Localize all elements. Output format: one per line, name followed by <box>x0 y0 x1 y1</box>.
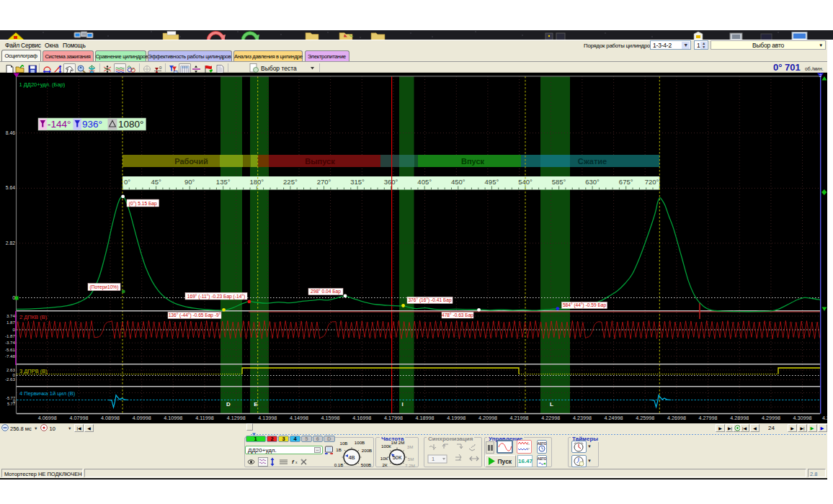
svg-text:4.07998: 4.07998 <box>69 415 88 421</box>
svg-text:225°: 225° <box>283 178 298 186</box>
svg-text:0: 0 <box>13 326 16 331</box>
svg-text:4.24998: 4.24998 <box>605 415 623 421</box>
svg-text:4 Первичка 1й цил (В): 4 Первичка 1й цил (В) <box>19 390 76 397</box>
svg-text:4.11998: 4.11998 <box>195 415 213 421</box>
svg-text:2: 2 <box>819 73 821 77</box>
svg-text:45°: 45° <box>151 178 161 186</box>
svg-text:1М 2М: 1М 2М <box>391 440 405 445</box>
svg-text:298° 0.04 Бар: 298° 0.04 Бар <box>311 289 341 294</box>
svg-text:135°: 135° <box>216 178 231 186</box>
svg-text:136° (-44°) -0.65 Бар -9°: 136° (-44°) -0.65 Бар -9° <box>169 312 221 318</box>
svg-text:-7.48: -7.48 <box>5 353 16 358</box>
svg-text:4.29998: 4.29998 <box>762 415 780 421</box>
svg-text:200В: 200В <box>362 448 372 453</box>
svg-text:2К: 2К <box>382 462 387 467</box>
svg-text:360°: 360° <box>384 178 398 186</box>
svg-text:50К: 50К <box>393 454 402 461</box>
svg-text:10К: 10К <box>380 456 388 461</box>
svg-text:7.2М: 7.2М <box>405 463 415 468</box>
svg-text:3М: 3М <box>407 444 414 449</box>
svg-text:169° (-11°) -0.23 Бар (-14°): 169° (-11°) -0.23 Бар (-14°) <box>187 293 245 299</box>
svg-text:-2.63: -2.63 <box>5 377 16 382</box>
svg-text:0°: 0° <box>124 178 130 186</box>
svg-text:D: D <box>226 400 231 407</box>
svg-text:376° (16°) -0.41 Бар: 376° (16°) -0.41 Бар <box>408 297 452 303</box>
svg-text:450°: 450° <box>451 178 466 186</box>
svg-text:4.20998: 4.20998 <box>478 415 497 421</box>
svg-text:405°: 405° <box>417 178 432 186</box>
svg-text:495°: 495° <box>485 178 499 186</box>
svg-text:4.12998: 4.12998 <box>227 415 246 421</box>
svg-text:4.26998: 4.26998 <box>667 415 686 421</box>
svg-text:4.19998: 4.19998 <box>447 415 466 421</box>
svg-text:270°: 270° <box>317 178 331 186</box>
svg-text:4В: 4В <box>348 454 355 461</box>
svg-text:4.3: 4.3 <box>822 415 827 421</box>
svg-text:5.77: 5.77 <box>7 401 15 405</box>
svg-text:4.06998: 4.06998 <box>38 415 57 421</box>
svg-text:4.27998: 4.27998 <box>699 415 718 421</box>
svg-text:4.13998: 4.13998 <box>258 415 277 421</box>
svg-text:4.18998: 4.18998 <box>416 415 435 421</box>
svg-text:4.28998: 4.28998 <box>730 415 749 421</box>
svg-text:4.10998: 4.10998 <box>164 415 182 421</box>
svg-text:1 ДД20+удл. (Бар): 1 ДД20+удл. (Бар) <box>19 81 66 88</box>
svg-text:4.08998: 4.08998 <box>101 415 120 421</box>
svg-text:2.82: 2.82 <box>6 240 15 245</box>
svg-text:1.87: 1.87 <box>6 320 16 325</box>
svg-text:180°: 180° <box>249 178 264 186</box>
svg-text:Выбор теста: Выбор теста <box>261 64 297 71</box>
svg-text:4.25998: 4.25998 <box>636 415 654 421</box>
svg-text:АВТО: АВТО <box>538 457 546 461</box>
svg-text:1080°: 1080° <box>118 119 143 130</box>
svg-text:I: I <box>401 400 403 407</box>
svg-text:f: f <box>292 459 295 465</box>
svg-text:500В: 500В <box>361 462 371 467</box>
svg-text:-1.87: -1.87 <box>5 333 16 338</box>
svg-text:L: L <box>550 400 553 407</box>
svg-text:630°: 630° <box>585 178 600 186</box>
svg-text:4.17998: 4.17998 <box>384 415 403 421</box>
svg-text:5М: 5М <box>408 456 414 462</box>
svg-text:315°: 315° <box>350 178 365 186</box>
svg-text:-144°: -144° <box>48 119 71 130</box>
svg-text:4.16998: 4.16998 <box>352 415 371 421</box>
svg-text:Рабочий: Рабочий <box>174 156 208 165</box>
svg-text:(0°) 5.15 Бар: (0°) 5.15 Бар <box>129 200 157 206</box>
svg-text:478° -0.63 Бар: 478° -0.63 Бар <box>442 312 473 318</box>
svg-text:Впуск: Впуск <box>461 156 485 165</box>
svg-text:-5.61: -5.61 <box>5 346 16 351</box>
svg-text:4.21998: 4.21998 <box>510 415 529 421</box>
svg-text:4.09998: 4.09998 <box>133 415 151 421</box>
svg-text:1В: 1В <box>336 447 342 452</box>
svg-text:2 ДПКВ (В): 2 ДПКВ (В) <box>19 314 48 320</box>
svg-text:АВТО: АВТО <box>538 442 546 446</box>
svg-text:4.15998: 4.15998 <box>321 415 340 421</box>
svg-text:675°: 675° <box>619 178 633 186</box>
svg-text:5.64: 5.64 <box>6 185 15 190</box>
svg-text:0: 0 <box>12 295 15 300</box>
svg-text:E: E <box>254 400 258 407</box>
svg-text:584° (44°) -0.59 Бар: 584° (44°) -0.59 Бар <box>563 302 607 308</box>
svg-text:100В: 100В <box>355 440 365 445</box>
svg-text:4.22998: 4.22998 <box>541 415 560 421</box>
svg-text:90°: 90° <box>184 178 195 186</box>
svg-text:(Потери10%): (Потери10%) <box>90 284 119 290</box>
svg-text:4.14998: 4.14998 <box>290 415 308 421</box>
svg-text:4.30998: 4.30998 <box>793 415 812 421</box>
svg-text:0: 0 <box>159 66 162 70</box>
svg-text:-3.74: -3.74 <box>5 340 16 345</box>
svg-text:4.23998: 4.23998 <box>573 415 592 421</box>
svg-text:Выпуск: Выпуск <box>305 156 335 165</box>
svg-text:3 ДПРВ (В): 3 ДПРВ (В) <box>19 368 48 374</box>
svg-text:Сжатие: Сжатие <box>578 156 607 165</box>
svg-text:100К: 100К <box>381 444 391 449</box>
svg-text:585°: 585° <box>552 178 566 186</box>
svg-text:720°: 720° <box>645 178 659 186</box>
svg-text:3.74: 3.74 <box>6 313 16 318</box>
svg-text:0.1В: 0.1В <box>334 462 344 467</box>
svg-text:10В: 10В <box>339 441 347 446</box>
svg-text:x: x <box>295 460 298 464</box>
svg-text:8.46: 8.46 <box>6 130 15 135</box>
svg-text:936°: 936° <box>82 119 102 130</box>
